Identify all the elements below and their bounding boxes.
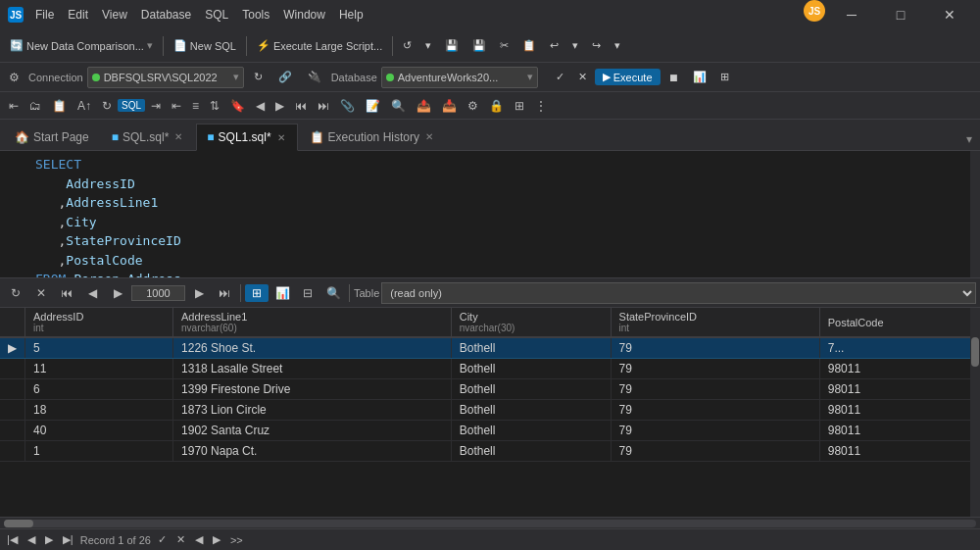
table-row[interactable]: 18 1873 Lion Circle Bothell 79 98011: [0, 400, 980, 421]
record-last-button[interactable]: ▶|: [60, 532, 76, 547]
record-prev-button[interactable]: ◀: [24, 532, 38, 547]
sql1-tab-close[interactable]: ✕: [275, 131, 287, 144]
lock-button[interactable]: 🔒: [484, 97, 509, 115]
vscroll-thumb[interactable]: [971, 337, 979, 367]
sort-button[interactable]: ⇅: [205, 97, 224, 115]
indent-left-button[interactable]: ⇤: [4, 97, 24, 115]
undo-dropdown[interactable]: ▾: [566, 36, 584, 55]
database-select[interactable]: AdventureWorks20... ▾: [381, 67, 538, 88]
nav-prev-chunk-button[interactable]: ⏮: [55, 284, 78, 302]
table-mode-select[interactable]: (read only): [381, 282, 976, 304]
save-all-button[interactable]: 💾: [466, 36, 492, 55]
execution-history-tab-close[interactable]: ✕: [423, 130, 435, 143]
change-connection-button[interactable]: 🔌: [302, 68, 327, 86]
table-row[interactable]: 6 1399 Firestone Drive Bothell 79 98011: [0, 379, 980, 400]
nav-last-button[interactable]: ⏭: [313, 97, 334, 115]
results-button[interactable]: 📊: [687, 68, 712, 86]
export-button[interactable]: 📤: [412, 97, 436, 115]
maximize-button[interactable]: □: [878, 0, 923, 29]
refresh2-button[interactable]: ↻: [97, 97, 117, 115]
pivot-view-button[interactable]: ⊟: [296, 284, 319, 302]
menu-tools[interactable]: Tools: [236, 6, 275, 24]
history-button[interactable]: ↺: [397, 36, 417, 55]
table-row[interactable]: 1 1970 Napa Ct. Bothell 79 98011: [0, 441, 980, 462]
col-header-postalcode[interactable]: PostalCode: [819, 308, 979, 337]
record-first-button[interactable]: |◀: [4, 532, 21, 547]
code-editor[interactable]: SELECT AddressID ,AddressLine1 ,City ,St…: [0, 151, 980, 278]
more-button[interactable]: ⋮: [530, 97, 552, 115]
redo-dropdown[interactable]: ▾: [609, 36, 626, 55]
menu-window[interactable]: Window: [277, 6, 331, 24]
record-nav-next-button[interactable]: ▶: [210, 532, 223, 547]
tab-sql1[interactable]: ■ SQL1.sql* ✕: [196, 124, 297, 151]
table-button[interactable]: 🗂: [24, 97, 46, 115]
editor-scrollbar[interactable]: [970, 151, 980, 277]
record-next-button[interactable]: ▶: [42, 532, 56, 547]
outdent-button[interactable]: ⇤: [167, 97, 186, 115]
hscroll-thumb[interactable]: [4, 520, 33, 527]
format-button[interactable]: ≡: [187, 97, 204, 115]
col-header-stateprovinceid[interactable]: StateProvinceID int: [611, 308, 819, 337]
column-button[interactable]: 📋: [47, 97, 72, 115]
new-data-comparison-button[interactable]: 🔄 New Data Comparison... ▾: [4, 36, 159, 55]
grid-view-button[interactable]: ⊞: [245, 284, 269, 302]
rollback-button[interactable]: ✕: [572, 68, 593, 86]
col-header-addressline1[interactable]: AddressLine1 nvarchar(60): [173, 308, 452, 337]
menu-database[interactable]: Database: [135, 6, 197, 24]
nav-last-button[interactable]: ⏭: [213, 284, 236, 302]
menu-edit[interactable]: Edit: [62, 6, 94, 24]
close-button[interactable]: ✕: [927, 0, 972, 29]
minimize-button[interactable]: ─: [829, 0, 874, 29]
bookmark-next-button[interactable]: ▶: [270, 97, 289, 115]
record-more-button[interactable]: >>: [227, 533, 246, 547]
table-row[interactable]: 11 1318 Lasalle Street Bothell 79 98011: [0, 359, 980, 379]
horizontal-scrollbar[interactable]: [0, 517, 980, 528]
save-button[interactable]: 💾: [439, 36, 465, 55]
attach-button[interactable]: 📎: [335, 97, 360, 115]
nav-next-chunk-button[interactable]: ▶: [187, 284, 211, 302]
paste-button[interactable]: 📋: [516, 36, 542, 55]
import-button[interactable]: 📥: [437, 97, 462, 115]
execute-large-script-button[interactable]: ⚡ Execute Large Script...: [251, 36, 388, 55]
tab-execution-history[interactable]: 📋 Execution History ✕: [299, 123, 446, 150]
menu-file[interactable]: File: [29, 6, 60, 24]
cancel-query-button[interactable]: ✕: [29, 284, 53, 302]
stop-button[interactable]: ⏹: [662, 69, 685, 86]
nav-prev-button[interactable]: ◀: [80, 284, 104, 302]
vertical-scrollbar[interactable]: [970, 308, 980, 517]
sql-tab-close[interactable]: ✕: [172, 130, 184, 143]
indent-right-button[interactable]: ⇥: [146, 97, 166, 115]
menu-help[interactable]: Help: [333, 6, 369, 24]
bookmark-prev-button[interactable]: ◀: [251, 97, 270, 115]
grid2-button[interactable]: ⊞: [510, 97, 529, 115]
connect-button[interactable]: 🔗: [272, 68, 298, 86]
log-button[interactable]: 📝: [361, 97, 385, 115]
copy-button[interactable]: ✂: [494, 36, 514, 55]
search-button[interactable]: 🔍: [321, 284, 345, 302]
commit-button[interactable]: ✓: [550, 68, 570, 86]
refresh-button[interactable]: ↻: [248, 68, 269, 86]
hscroll-track[interactable]: [4, 520, 976, 527]
bookmark-button[interactable]: 🔖: [225, 97, 250, 115]
nav-next-button[interactable]: ▶: [106, 284, 129, 302]
server-dropdown-arrow[interactable]: ▾: [233, 71, 239, 83]
sql-icon-button[interactable]: SQL: [118, 99, 145, 112]
row-count-input[interactable]: [131, 285, 185, 301]
table-row[interactable]: 40 1902 Santa Cruz Bothell 79 98011: [0, 421, 980, 441]
new-data-comparison-dropdown[interactable]: ▾: [147, 39, 153, 52]
settings2-button[interactable]: ⚙: [463, 97, 483, 115]
menu-sql[interactable]: SQL: [199, 6, 234, 24]
tabs-overflow-arrow[interactable]: ▾: [962, 128, 976, 150]
table-row[interactable]: ▶ 5 1226 Shoe St. Bothell 79 7...: [0, 337, 980, 359]
record-cancel-button[interactable]: ✕: [173, 532, 188, 547]
redo-button[interactable]: ↪: [586, 36, 607, 55]
chart-view-button[interactable]: 📊: [270, 284, 294, 302]
undo-button[interactable]: ↩: [544, 36, 564, 55]
record-check-button[interactable]: ✓: [155, 532, 170, 547]
connection-settings-icon[interactable]: ⚙: [4, 69, 24, 86]
record-nav-prev-button[interactable]: ◀: [192, 532, 206, 547]
tab-sql[interactable]: ■ SQL.sql* ✕: [101, 123, 196, 150]
col-header-city[interactable]: City nvarchar(30): [451, 308, 611, 337]
analyze-button[interactable]: 🔍: [386, 97, 411, 115]
tab-start-page[interactable]: 🏠 Start Page: [4, 123, 100, 150]
